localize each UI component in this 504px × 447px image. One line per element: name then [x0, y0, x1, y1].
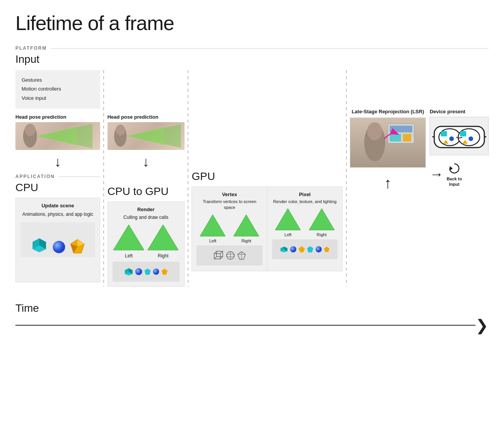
pixel-right-block: Right	[306, 208, 338, 237]
pixel-left-label: Left	[272, 232, 304, 237]
blue-sphere-icon	[52, 240, 66, 254]
svg-point-22	[153, 269, 159, 275]
svg-line-30	[220, 257, 223, 259]
circular-arrow-icon	[447, 161, 461, 175]
arrow-up-lsr: ↑	[350, 171, 426, 196]
svg-rect-51	[390, 126, 412, 133]
pixel-sphere1	[290, 246, 297, 253]
app-divider	[59, 176, 100, 177]
svg-marker-45	[307, 246, 313, 252]
input-title: Input	[15, 53, 489, 66]
svg-point-12	[116, 124, 125, 136]
pixel-right-label: Right	[306, 232, 338, 237]
back-to-input-label: Back to Input	[447, 176, 462, 187]
pixel-triangles: Left Right	[272, 208, 338, 237]
pixel-left-block: Left	[272, 208, 304, 237]
svg-line-28	[214, 251, 217, 254]
wireframe-sphere-icon	[226, 251, 235, 260]
svg-point-46	[316, 246, 322, 252]
time-arrow: ❯	[15, 318, 489, 333]
pixel-teal2	[307, 246, 314, 253]
cpu-card-sub: Animations, physics, and app logic	[20, 211, 95, 218]
vertex-title: Vertex	[197, 192, 262, 197]
svg-point-1	[25, 124, 35, 136]
pixel-sub: Render color, texture, and lighting	[272, 199, 338, 205]
svg-marker-38	[275, 208, 301, 230]
time-label: Time	[15, 302, 489, 314]
head-pose-image-2	[108, 122, 185, 150]
svg-marker-14	[126, 126, 164, 146]
sep-line-1	[103, 70, 104, 287]
input-item-voice: Voice input	[22, 94, 94, 103]
svg-rect-62	[460, 131, 466, 136]
input-item-motion: Motion controllers	[22, 84, 94, 93]
spacer-input	[108, 70, 185, 109]
lsr-column: Late-Stage Reprojection (LSR)	[350, 109, 426, 196]
gpu-spacer-app	[192, 159, 343, 170]
svg-rect-53	[403, 134, 411, 141]
render-right-block: Right	[147, 224, 180, 259]
pixel-left-triangle	[274, 208, 301, 231]
gpu-spacer-head	[192, 109, 343, 159]
head-pose-label-2: Head pose prediction	[108, 114, 185, 120]
render-teal2	[144, 268, 151, 275]
head-pose-label-1: Head pose prediction	[15, 114, 100, 120]
separator-2	[185, 70, 192, 287]
teal-cube-icon	[31, 237, 48, 254]
svg-point-49	[367, 122, 382, 140]
vertex-right-label: Right	[230, 239, 262, 243]
vertex-objects-strip	[197, 245, 262, 266]
input-item-gestures: Gestures	[22, 76, 94, 84]
device-goggle-image	[430, 117, 489, 155]
vertex-triangles: Left Right	[197, 214, 262, 243]
lsr-image	[350, 118, 426, 168]
svg-rect-59	[441, 131, 447, 136]
time-line	[15, 325, 475, 326]
vertex-left-block: Left	[197, 214, 228, 243]
goggle-svg	[432, 119, 486, 153]
render-left-block: Left	[113, 224, 145, 259]
page-container: Lifetime of a frame PLATFORM Input Gestu…	[15, 12, 489, 333]
arrow-right-device: →	[430, 166, 444, 182]
head-pose-image-1	[15, 122, 100, 150]
lsr-title: Late-Stage Reprojection (LSR)	[350, 109, 426, 115]
vertex-left-label: Left	[197, 239, 228, 243]
device-title: Device present	[430, 109, 489, 114]
pixel-teal-cube	[280, 245, 288, 254]
svg-marker-21	[144, 269, 151, 275]
wireframe-cube-icon	[213, 250, 223, 260]
yellow-gem-icon	[70, 239, 85, 254]
svg-marker-23	[161, 269, 168, 275]
back-to-input: Back to Input	[447, 161, 462, 187]
time-arrowhead-icon: ❯	[475, 318, 489, 333]
render-card-sub: Culling and draw calls	[113, 214, 180, 221]
platform-label: PLATFORM	[15, 45, 47, 51]
render-teal-cube	[124, 267, 133, 276]
svg-point-43	[290, 246, 296, 252]
arrow-down-2: ↓	[108, 150, 185, 174]
vertex-sub: Transform vertices to screen space	[197, 199, 262, 211]
svg-point-60	[449, 136, 454, 141]
platform-section-label: PLATFORM	[15, 45, 489, 51]
svg-marker-25	[234, 215, 259, 236]
svg-marker-65	[450, 166, 453, 171]
lsr-svg	[350, 118, 425, 167]
svg-point-20	[135, 268, 142, 275]
col-gpu: GPU Vertex Transform vertices to screen …	[192, 70, 343, 287]
left-triangle-1	[113, 224, 145, 251]
render-sphere	[135, 268, 143, 276]
cpu-card: Update scene Animations, physics, and ap…	[15, 198, 100, 282]
vertex-left-triangle	[199, 214, 226, 237]
svg-marker-47	[324, 247, 329, 252]
right-triangle-1	[147, 224, 180, 251]
svg-rect-52	[390, 134, 401, 141]
svg-marker-16	[148, 225, 178, 250]
platform-divider	[51, 48, 489, 49]
arrow-down-1: ↓	[15, 150, 100, 174]
lsr-device-row: Late-Stage Reprojection (LSR)	[350, 109, 489, 287]
gpu-title: GPU	[192, 170, 343, 183]
render-objects-strip	[113, 262, 180, 282]
render-left-label: Left	[113, 253, 145, 259]
svg-marker-24	[200, 215, 225, 236]
render-triangles: Left Right	[113, 224, 180, 259]
